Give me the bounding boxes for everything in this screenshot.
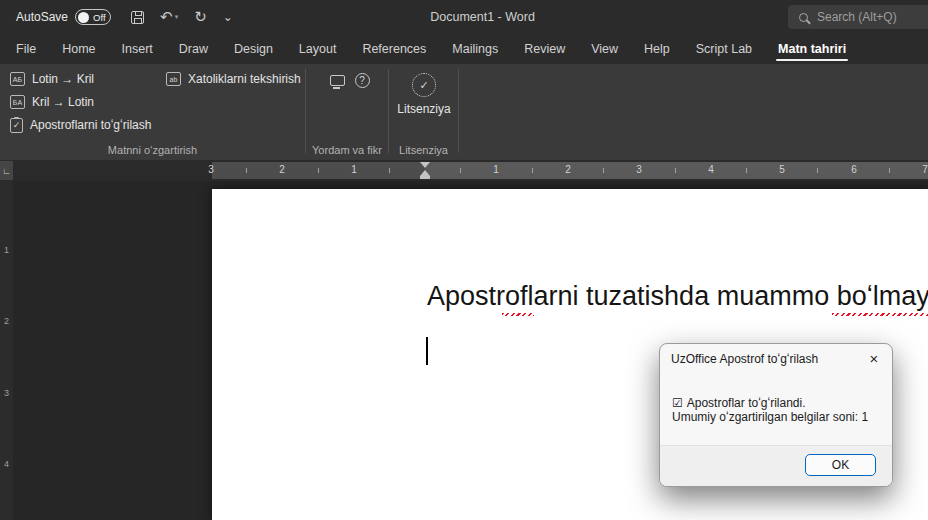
- ruler-number: 1: [490, 164, 502, 175]
- search-icon: [799, 13, 808, 22]
- search-placeholder: Search (Alt+Q): [817, 10, 897, 24]
- tab-script-lab[interactable]: Script Lab: [683, 34, 765, 64]
- ok-button[interactable]: OK: [805, 454, 876, 476]
- ruler-number: 6: [848, 164, 860, 175]
- ruler-number: 2: [562, 164, 574, 175]
- tab-stop-icon: ∟: [2, 166, 11, 176]
- cyrillic-to-latin-icon: БA: [10, 95, 25, 109]
- clipboard-check-icon: ✓: [10, 118, 23, 133]
- redo-button[interactable]: ↻: [194, 8, 207, 26]
- license-badge-icon: ✓: [412, 73, 436, 97]
- cyrillic-to-latin-button[interactable]: БA Kril → Lotin: [6, 91, 98, 113]
- first-line-indent-marker[interactable]: [420, 162, 430, 168]
- ruler-number: 7: [919, 164, 928, 175]
- tab-layout[interactable]: Layout: [286, 34, 350, 64]
- apostrophe-dialog: UzOffice Apostrof toʻgʻrilash × ☑ Apostr…: [659, 343, 893, 487]
- help-button[interactable]: ?: [350, 68, 374, 92]
- dialog-close-button[interactable]: ×: [858, 346, 890, 370]
- ruler-number: 3: [0, 388, 13, 398]
- ruler-number: 3: [633, 164, 645, 175]
- ruler-number: 4: [0, 459, 13, 469]
- group-separator: [388, 69, 389, 153]
- ruler-number: 1: [348, 164, 360, 175]
- question-icon: ?: [355, 73, 370, 88]
- group-label-text-change: Matnni oʻzgartirish: [0, 144, 305, 156]
- dialog-message-line1: ☑ Apostroflar toʻgʻrilandi.: [672, 396, 806, 410]
- redo-icon: ↻: [194, 8, 207, 26]
- autosave-toggle[interactable]: Off: [75, 9, 111, 25]
- button-label: Xatoliklarni tekshirish: [188, 72, 301, 86]
- license-button-label: Litsenziya: [397, 102, 450, 116]
- ruler-number: 5: [776, 164, 788, 175]
- ruler-number: 3: [205, 164, 217, 175]
- toggle-knob-icon: [78, 12, 89, 23]
- ruler-number: 2: [0, 316, 13, 326]
- quick-access-toolbar: ↶ ▾ ↻ ⌄: [131, 8, 233, 26]
- button-label: Lotin → Kril: [32, 72, 94, 86]
- autosave-state: Off: [93, 12, 106, 23]
- ruler-number: 2: [276, 164, 288, 175]
- group-separator: [458, 69, 459, 153]
- search-box[interactable]: Search (Alt+Q): [788, 5, 928, 29]
- spellcheck-squiggle: [832, 313, 928, 316]
- dialog-message-line2: Umumiy oʻzgartirilgan belgilar soni: 1: [672, 410, 868, 424]
- ribbon-tabs: File Home Insert Draw Design Layout Refe…: [0, 34, 928, 64]
- word-window: AutoSave Off ↶ ▾ ↻ ⌄ Document1 - Word Se…: [0, 0, 928, 520]
- tab-mailings[interactable]: Mailings: [439, 34, 511, 64]
- feedback-icon: [330, 75, 345, 86]
- undo-button[interactable]: ↶ ▾: [160, 8, 178, 26]
- check-errors-button[interactable]: ab Xatoliklarni tekshirish: [162, 68, 305, 90]
- button-label: Kril → Lotin: [32, 95, 94, 109]
- horizontal-ruler: ∟ 3 2 1 1 2 3 4 5 6 7: [0, 160, 928, 181]
- group-separator: [305, 69, 306, 153]
- close-icon: ×: [870, 350, 879, 367]
- vertical-ruler: 1 2 3 4: [0, 181, 13, 520]
- button-label: Apostroflarni toʻgʻrilash: [30, 118, 151, 132]
- check-icon: ✓: [419, 79, 428, 92]
- tab-file[interactable]: File: [3, 34, 49, 64]
- dialog-message-text: Apostroflar toʻgʻrilandi.: [687, 396, 806, 410]
- tab-references[interactable]: References: [349, 34, 439, 64]
- spellcheck-squiggle: [502, 313, 534, 316]
- autosave-label: AutoSave: [16, 10, 68, 24]
- text-caret: [426, 337, 428, 365]
- fix-apostrophes-button[interactable]: ✓ Apostroflarni toʻgʻrilash: [6, 114, 155, 136]
- latin-to-cyrillic-icon: AБ: [10, 72, 25, 86]
- titlebar: AutoSave Off ↶ ▾ ↻ ⌄ Document1 - Word Se…: [0, 0, 928, 34]
- document-heading: Apostroflarni tuzatishda muammo boʻlmayd…: [427, 281, 928, 312]
- chevron-down-icon: ▾: [175, 13, 179, 21]
- ruler-number: 1: [0, 245, 13, 255]
- left-indent-marker[interactable]: [420, 176, 430, 179]
- tab-design[interactable]: Design: [221, 34, 286, 64]
- tab-view[interactable]: View: [578, 34, 631, 64]
- latin-to-cyrillic-button[interactable]: AБ Lotin → Kril: [6, 68, 98, 90]
- tab-review[interactable]: Review: [511, 34, 578, 64]
- group-label-help-feedback: Yordam va fikr: [306, 144, 388, 156]
- ruler-number: 4: [705, 164, 717, 175]
- group-label-license: Litsenziya: [389, 144, 458, 156]
- feedback-button[interactable]: [325, 68, 349, 92]
- tab-draw[interactable]: Draw: [166, 34, 221, 64]
- dialog-title: UzOffice Apostrof toʻgʻrilash: [671, 352, 818, 366]
- tab-insert[interactable]: Insert: [109, 34, 166, 64]
- autosave-control[interactable]: AutoSave Off: [16, 9, 111, 25]
- tab-matn-tahriri[interactable]: Matn tahriri: [765, 34, 859, 64]
- ribbon: AБ Lotin → Kril БA Kril → Lotin ✓ Apostr…: [0, 64, 928, 160]
- tab-home[interactable]: Home: [49, 34, 108, 64]
- tab-help[interactable]: Help: [631, 34, 683, 64]
- save-icon[interactable]: [131, 11, 144, 24]
- checkbox-checked-icon: ☑: [672, 396, 683, 410]
- document-title: Document1 - Word: [430, 0, 535, 34]
- license-button[interactable]: ✓ Litsenziya: [392, 73, 456, 116]
- undo-icon: ↶: [160, 8, 173, 26]
- customize-toolbar-icon[interactable]: ⌄: [223, 10, 233, 24]
- tab-selector-button[interactable]: ∟: [0, 161, 13, 180]
- spellcheck-icon: ab: [166, 72, 181, 86]
